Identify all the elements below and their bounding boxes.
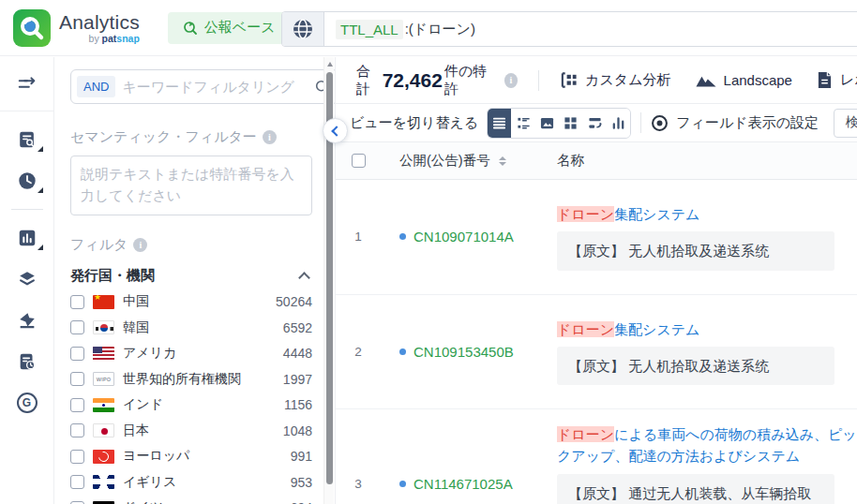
flag-china-icon bbox=[93, 295, 114, 309]
rail-divider bbox=[11, 209, 43, 210]
checkbox[interactable] bbox=[70, 372, 84, 386]
info-icon[interactable]: i bbox=[133, 238, 147, 252]
dropdown-caret bbox=[38, 245, 43, 250]
authority-row[interactable]: インド 1156 bbox=[70, 393, 312, 417]
checkbox[interactable] bbox=[70, 423, 84, 437]
publication-number-link[interactable]: CN114671025A bbox=[413, 476, 513, 492]
status-dot-icon bbox=[399, 233, 406, 240]
authority-row[interactable]: 韓国 6592 bbox=[70, 317, 312, 340]
patent-title-link[interactable]: ドローン集配システム bbox=[557, 319, 857, 340]
publication-base-icon bbox=[183, 21, 198, 36]
info-icon[interactable]: i bbox=[263, 130, 277, 144]
flag-korea-icon bbox=[93, 320, 114, 334]
search-field-chip[interactable]: TTL_ALL bbox=[336, 20, 403, 39]
field-display-settings-button[interactable]: フィールド表示の設定 bbox=[651, 114, 819, 132]
filter-panel: AND セマンティック・フィルター i フィルタ i 発行国・機関 中国 502… bbox=[54, 57, 323, 504]
globe-icon bbox=[292, 18, 314, 40]
authority-count: 1048 bbox=[283, 423, 312, 438]
authority-row[interactable]: WIPO 世界知的所有権機関 1997 bbox=[70, 368, 312, 392]
column-number-label: 公開(公告)番号 bbox=[399, 152, 490, 170]
report-icon bbox=[817, 71, 833, 89]
authority-row[interactable]: ドイツ 694 bbox=[70, 497, 312, 504]
patent-title-link[interactable]: ドローン集配システム bbox=[557, 203, 857, 225]
view-image-button[interactable] bbox=[535, 109, 559, 138]
view-flow-button[interactable] bbox=[583, 109, 607, 138]
authority-count: 953 bbox=[291, 475, 312, 490]
publication-number-link[interactable]: CN109153450B bbox=[413, 344, 514, 360]
authority-count: 694 bbox=[291, 500, 312, 504]
top-header: Analytics by patsnap 公報ベース TTL_ALL :(ドロー… bbox=[0, 0, 857, 56]
authority-row[interactable]: 日本 1048 bbox=[70, 420, 312, 443]
workspace-layers-icon[interactable] bbox=[0, 259, 54, 300]
status-dot-icon bbox=[399, 348, 406, 355]
publication-base-button[interactable]: 公報ベース bbox=[168, 12, 291, 44]
app-name: Analytics bbox=[59, 12, 140, 32]
authority-section-toggle[interactable]: 発行国・機関 bbox=[70, 267, 312, 285]
saved-query-history-icon[interactable] bbox=[0, 341, 54, 382]
semantic-filter-input[interactable] bbox=[70, 156, 312, 215]
search-query-input[interactable]: TTL_ALL :(ドローン) bbox=[324, 12, 857, 46]
view-grid-button[interactable] bbox=[559, 109, 582, 138]
authority-list: 中国 50264 韓国 6592 アメリカ 4448 WIPO 世界知的所有権機… bbox=[70, 290, 312, 504]
checkbox[interactable] bbox=[70, 320, 84, 334]
sort-icon[interactable] bbox=[499, 156, 506, 166]
analysis-charts-icon[interactable] bbox=[0, 217, 54, 259]
collapse-panel-button[interactable] bbox=[323, 118, 348, 143]
authority-row[interactable]: イギリス 953 bbox=[70, 471, 312, 495]
checkbox[interactable] bbox=[70, 450, 84, 464]
view-toolbar: ビューを切り替える bbox=[336, 104, 857, 142]
operator-chip[interactable]: AND bbox=[77, 76, 115, 97]
patent-search-icon[interactable] bbox=[0, 119, 54, 160]
table-row: 1 CN109071014A ドローン集配システム 【原文】 无人机拾取及递送系… bbox=[336, 180, 857, 295]
authority-row[interactable]: ヨーロッパ 991 bbox=[70, 445, 312, 468]
view-switch-label: ビューを切り替える bbox=[350, 114, 478, 132]
flag-japan-icon bbox=[93, 423, 114, 437]
custom-analysis-button[interactable]: カスタム分析 bbox=[560, 71, 670, 89]
brand-byline: by patsnap bbox=[59, 34, 140, 44]
info-icon[interactable]: i bbox=[504, 73, 519, 88]
expand-menu-icon[interactable] bbox=[0, 57, 54, 111]
eye-icon bbox=[651, 114, 669, 132]
publication-base-label: 公報ベース bbox=[204, 19, 276, 37]
publication-number-link[interactable]: CN109071014A bbox=[413, 229, 514, 245]
authority-count: 6592 bbox=[283, 320, 312, 335]
authority-row[interactable]: アメリカ 4448 bbox=[70, 342, 312, 365]
report-button[interactable]: レポート bbox=[817, 71, 857, 89]
checkbox[interactable] bbox=[70, 475, 84, 489]
column-title-label: 名称 bbox=[557, 152, 857, 170]
keyword-filter-input[interactable] bbox=[122, 79, 308, 95]
guide-icon[interactable]: G bbox=[0, 382, 54, 423]
divider bbox=[538, 70, 539, 91]
filters-label: フィルタ i bbox=[70, 236, 312, 254]
landscape-button[interactable]: Landscape bbox=[696, 72, 792, 88]
search-query-text: :(ドローン) bbox=[405, 21, 475, 38]
checkbox[interactable] bbox=[70, 398, 84, 412]
export-icon[interactable] bbox=[0, 300, 54, 341]
table-header: 公開(公告)番号 名称 bbox=[336, 142, 857, 180]
row-index: 3 bbox=[354, 477, 362, 491]
search-expression-button[interactable]: 検索式 bbox=[834, 109, 857, 138]
authority-count: 1997 bbox=[283, 372, 312, 387]
scroll-up-arrow[interactable] bbox=[327, 62, 333, 67]
flag-wipo-icon: WIPO bbox=[93, 372, 114, 386]
flag-india-icon bbox=[93, 398, 114, 412]
patent-title-link[interactable]: ドローンによる車両への荷物の積み込み、ピックアップ、配達の方法およびシステム bbox=[557, 423, 857, 467]
view-detail-list-button[interactable] bbox=[511, 109, 534, 138]
chevron-up-icon bbox=[298, 272, 310, 284]
view-list-button[interactable] bbox=[488, 109, 511, 138]
original-title: 【原文】 通过无人机装载、从车辆拾取和递送包裹的方法及系统 bbox=[557, 474, 834, 504]
authority-row[interactable]: 中国 50264 bbox=[70, 290, 312, 314]
select-all-checkbox[interactable] bbox=[352, 154, 366, 168]
total-count: 合計 72,462 件の特許 bbox=[356, 63, 493, 98]
view-chart-button[interactable] bbox=[607, 109, 630, 138]
authority-count: 1156 bbox=[284, 397, 312, 412]
search-scope-button[interactable] bbox=[282, 12, 324, 46]
checkbox[interactable] bbox=[70, 295, 84, 309]
history-icon[interactable] bbox=[0, 160, 54, 201]
checkbox[interactable] bbox=[70, 347, 84, 361]
icon-rail: G bbox=[0, 57, 54, 504]
keyword-filter-input-wrap: AND bbox=[70, 69, 338, 104]
app-logo[interactable]: Analytics by patsnap bbox=[0, 9, 140, 47]
dropdown-caret bbox=[38, 146, 43, 152]
flag-uk-icon bbox=[93, 475, 114, 489]
